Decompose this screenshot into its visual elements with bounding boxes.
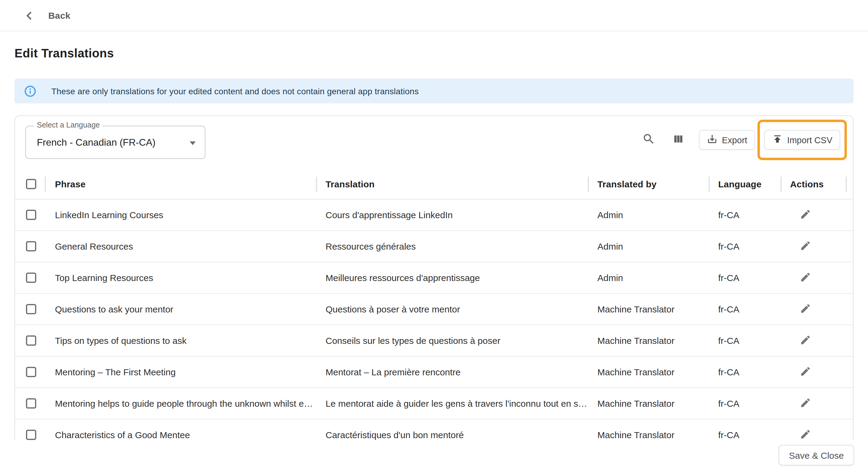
columns-button[interactable] bbox=[671, 132, 686, 147]
edit-button[interactable] bbox=[795, 267, 815, 288]
upload-icon bbox=[772, 134, 783, 146]
back-button[interactable]: Back bbox=[23, 9, 70, 22]
phrase-cell: Characteristics of a Good Mentee bbox=[45, 430, 316, 440]
translation-cell: Mentorat – La première rencontre bbox=[316, 367, 588, 377]
edit-button[interactable] bbox=[795, 236, 815, 257]
columns-icon bbox=[672, 133, 684, 147]
pencil-icon bbox=[800, 428, 811, 440]
pencil-icon bbox=[800, 365, 811, 379]
import-csv-button[interactable]: Import CSV bbox=[764, 130, 840, 150]
row-checkbox[interactable] bbox=[26, 241, 36, 252]
table-row: Mentoring – The First Meeting Mentorat –… bbox=[15, 357, 853, 388]
language-cell: fr-CA bbox=[709, 304, 780, 314]
main-content: Edit Translations These are only transla… bbox=[0, 45, 868, 440]
table-row: Questions to ask your mentor Questions à… bbox=[15, 294, 853, 325]
edit-button[interactable] bbox=[795, 299, 815, 319]
row-checkbox[interactable] bbox=[26, 304, 36, 314]
search-icon bbox=[642, 132, 655, 147]
page-title: Edit Translations bbox=[14, 45, 854, 61]
translation-cell: Le mentorat aide à guider les gens à tra… bbox=[316, 398, 588, 409]
row-checkbox[interactable] bbox=[26, 210, 36, 220]
phrase-cell: Questions to ask your mentor bbox=[45, 304, 316, 314]
translated-by-cell: Admin bbox=[588, 210, 709, 220]
save-close-button[interactable]: Save & Close bbox=[779, 445, 854, 465]
table-row: Top Learning Resources Meilleures ressou… bbox=[15, 262, 853, 294]
phrase-cell: General Resources bbox=[45, 241, 316, 252]
row-checkbox[interactable] bbox=[26, 335, 36, 346]
table-row: General Resources Ressources générales A… bbox=[15, 231, 853, 262]
import-csv-highlight-annotation: Import CSV bbox=[757, 120, 847, 160]
language-cell: fr-CA bbox=[709, 241, 780, 252]
export-label: Export bbox=[722, 135, 747, 145]
translated-by-cell: Admin bbox=[588, 241, 709, 252]
edit-button[interactable] bbox=[795, 205, 815, 225]
edit-button[interactable] bbox=[795, 424, 815, 440]
translation-cell: Questions à poser à votre mentor bbox=[316, 304, 588, 314]
translated-by-cell: Machine Translator bbox=[588, 430, 709, 440]
pencil-icon bbox=[800, 334, 811, 347]
language-cell: fr-CA bbox=[709, 272, 780, 283]
back-label: Back bbox=[48, 10, 70, 21]
language-select-value: French - Canadian (FR-CA) bbox=[37, 137, 156, 148]
table-row: Characteristics of a Good Mentee Caracté… bbox=[15, 419, 853, 440]
pencil-icon bbox=[800, 271, 811, 284]
table-row: Mentoring helps to guide people through … bbox=[15, 388, 853, 419]
select-all-checkbox[interactable] bbox=[26, 179, 36, 189]
translation-cell: Caractéristiques d'un bon mentoré bbox=[316, 430, 588, 440]
app-bar: Back bbox=[0, 0, 868, 31]
search-button[interactable] bbox=[642, 132, 656, 147]
pencil-icon bbox=[800, 240, 811, 253]
translated-by-cell: Machine Translator bbox=[588, 398, 709, 409]
language-cell: fr-CA bbox=[709, 398, 780, 409]
edit-translations-page: Back Edit Translations These are only tr… bbox=[0, 0, 868, 472]
translated-by-cell: Machine Translator bbox=[588, 304, 709, 314]
chevron-left-icon bbox=[23, 9, 36, 22]
table-row: Tips on types of questions to ask Consei… bbox=[15, 325, 853, 357]
row-checkbox[interactable] bbox=[26, 272, 36, 283]
edit-button[interactable] bbox=[795, 393, 815, 414]
translated-by-cell: Machine Translator bbox=[588, 335, 709, 346]
language-select-label: Select a Language bbox=[34, 121, 103, 129]
info-banner-text: These are only translations for your edi… bbox=[51, 86, 418, 96]
pencil-icon bbox=[800, 208, 811, 222]
translated-by-cell: Admin bbox=[588, 272, 709, 283]
export-button[interactable]: Export bbox=[699, 130, 755, 150]
table-row: LinkedIn Learning Courses Cours d'appren… bbox=[15, 200, 853, 231]
caret-down-icon bbox=[190, 141, 196, 145]
column-header-phrase[interactable]: Phrase bbox=[45, 169, 316, 199]
language-cell: fr-CA bbox=[709, 367, 780, 377]
header-checkbox-cell bbox=[15, 169, 45, 199]
info-icon bbox=[24, 85, 36, 97]
translation-cell: Meilleures ressources d'apprentissage bbox=[316, 272, 588, 283]
translations-table: Phrase Translation Translated by Languag… bbox=[15, 169, 853, 440]
column-header-translation[interactable]: Translation bbox=[316, 169, 588, 199]
row-checkbox[interactable] bbox=[26, 398, 36, 409]
language-cell: fr-CA bbox=[709, 430, 780, 440]
pencil-icon bbox=[800, 302, 811, 316]
language-cell: fr-CA bbox=[709, 335, 780, 346]
pencil-icon bbox=[800, 397, 811, 410]
import-csv-label: Import CSV bbox=[787, 135, 832, 145]
download-icon bbox=[707, 134, 718, 146]
phrase-cell: Top Learning Resources bbox=[45, 272, 316, 283]
language-select[interactable]: Select a Language French - Canadian (FR-… bbox=[25, 126, 205, 159]
translation-cell: Conseils sur les types de questions à po… bbox=[316, 335, 588, 346]
row-checkbox[interactable] bbox=[26, 367, 36, 377]
language-cell: fr-CA bbox=[709, 210, 780, 220]
translated-by-cell: Machine Translator bbox=[588, 367, 709, 377]
phrase-cell: Mentoring – The First Meeting bbox=[45, 367, 316, 377]
column-header-translated-by[interactable]: Translated by bbox=[588, 169, 709, 199]
translation-cell: Ressources générales bbox=[316, 241, 588, 252]
translations-card: Select a Language French - Canadian (FR-… bbox=[14, 115, 854, 440]
column-header-actions: Actions bbox=[780, 169, 853, 199]
row-checkbox[interactable] bbox=[26, 430, 36, 440]
toolbar-actions: Export Import CSV bbox=[642, 120, 847, 160]
edit-button[interactable] bbox=[795, 330, 815, 351]
translation-cell: Cours d'apprentissage LinkedIn bbox=[316, 210, 588, 220]
table-header-row: Phrase Translation Translated by Languag… bbox=[15, 169, 853, 200]
column-header-language[interactable]: Language bbox=[709, 169, 780, 199]
info-banner: These are only translations for your edi… bbox=[14, 79, 854, 104]
edit-button[interactable] bbox=[795, 362, 815, 382]
phrase-cell: Mentoring helps to guide people through … bbox=[45, 398, 316, 409]
phrase-cell: Tips on types of questions to ask bbox=[45, 335, 316, 346]
